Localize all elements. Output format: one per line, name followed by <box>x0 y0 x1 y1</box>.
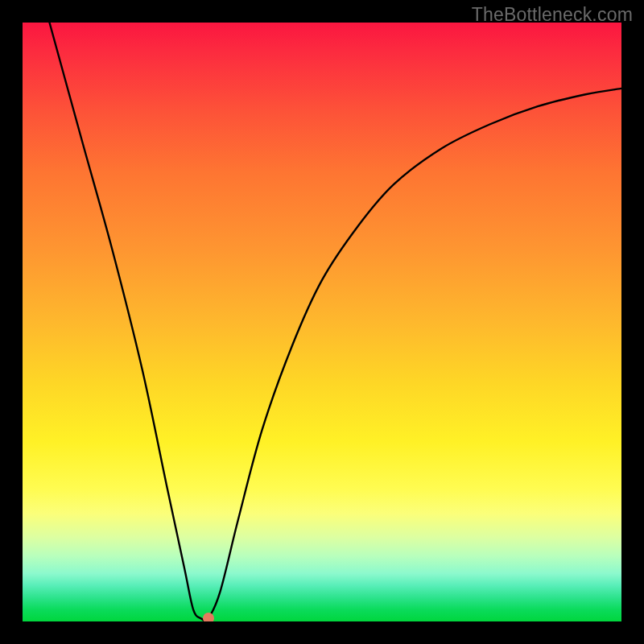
chart-area <box>23 23 621 621</box>
curve-svg <box>23 23 621 621</box>
minimum-marker-icon <box>203 613 214 621</box>
bottleneck-curve <box>49 23 621 621</box>
